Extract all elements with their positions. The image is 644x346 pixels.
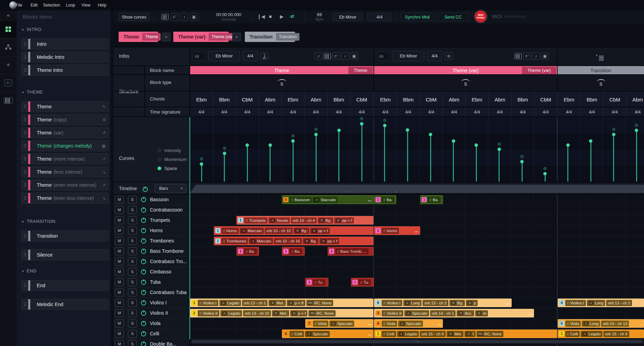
time-signature-cell[interactable]: 4/4 [558,107,581,117]
playhead[interactable] [189,117,190,339]
chord-cell[interactable]: Ebm [374,91,397,107]
curve-stem[interactable] [499,149,500,182]
block1-note-icon[interactable]: ♪ [341,52,349,60]
track-lane[interactable]: 1♯Tu.1♯Tu. [190,277,644,288]
curve-stem[interactable] [567,145,568,182]
chord-cell[interactable]: CbM [534,91,557,107]
send-cc-button[interactable]: Send CC [437,13,469,21]
block1-bpm-field[interactable]: 69 [193,52,206,61]
solo-button[interactable]: S [128,330,137,338]
curve-stem[interactable] [247,145,248,182]
clip-param-chip[interactable]: orb 15 - ch 9 [603,331,629,337]
time-signature-cell[interactable]: 4/4 [350,107,373,117]
solo-button[interactable]: S [128,247,137,255]
scrollbar-handle[interactable] [192,340,643,343]
track-enable-icon[interactable] [141,280,146,285]
clip-param-chip[interactable]: ALong [403,300,422,306]
block2-chord-icon[interactable]: c⁷ [523,52,531,60]
collapse-sidebar-button[interactable]: « [0,10,17,20]
chord-cell[interactable]: Bbm [512,91,535,107]
mute-button[interactable]: M [115,237,124,245]
block-item-end[interactable]: End [21,280,109,291]
clip-bassoon[interactable]: 5♯BassoonAStaccato... [282,195,373,204]
drag-handle-icon[interactable] [24,234,26,235]
menu-item-loop[interactable]: Loop [63,0,79,10]
time-signature-cell[interactable]: 4/4 [489,107,512,117]
chord-cell[interactable]: Ebm [558,91,581,107]
mute-button[interactable]: M [115,330,124,338]
mute-button[interactable]: M [115,299,124,307]
rail-item-chords[interactable]: c⁷ [0,74,17,91]
block3-menu-button[interactable]: ▾ [596,53,604,59]
clip-viola[interactable]: 5♯ViolaALongorb 14 - ch 13. [558,319,644,328]
block-item-theme-changes-melody-[interactable]: Theme(changes melody)▦ [21,140,109,151]
clip-param-chip[interactable]: RMel. [447,331,464,337]
chord-cell[interactable]: Abm [305,91,328,107]
curve-point[interactable] [383,124,386,127]
clip-violins-i[interactable]: 4♯Violins IALongorb 13 - ch 2. [558,299,644,307]
time-signature-cell[interactable]: 4/4 [466,107,489,117]
clip-param-chip[interactable]: ASpiccato [305,331,330,337]
menu-item-help[interactable]: Help [95,0,110,10]
show-curves-button[interactable]: Show curves [119,13,150,21]
curve-stem[interactable] [590,141,591,182]
timeline-clock-icon[interactable] [143,187,148,192]
chord-cell[interactable]: CbM [420,91,443,107]
clip-param-chip[interactable]: orb 13 - ch 15 [243,310,271,316]
block2-key-button[interactable]: Eb Minor [393,51,424,61]
curve-stem[interactable] [338,130,339,182]
drag-handle-icon[interactable] [24,105,26,105]
track-lane[interactable] [190,257,644,267]
clip-viola[interactable]: 4♯ViolaASpiccato... [374,319,443,328]
clip-ba-[interactable]: 1♯Ba. [420,195,443,204]
curve-stem[interactable] [407,130,408,182]
mute-button[interactable]: M [115,216,124,224]
clip-violins-ii[interactable]: 3♯Violins IIASpiccatoorb 14 - ch 1RAcc.D… [374,309,534,317]
curve-point[interactable] [498,148,501,151]
time-signature-cell[interactable]: 4/4 [420,107,443,117]
block-item-transition[interactable]: Transition [21,230,109,241]
drag-handle-icon[interactable] [24,68,26,69]
solo-button[interactable]: S [128,227,137,235]
drag-handle-icon[interactable] [24,170,26,171]
curve-point[interactable] [452,139,455,143]
clip-param-chip[interactable]: orb 13 - ch 1 [242,300,268,306]
solo-button[interactable]: S [128,206,137,214]
meter-button[interactable]: 4/4 [367,13,392,21]
chord-cell[interactable]: Bbm [581,91,604,107]
clip-param-chip[interactable]: ALegato [219,300,241,306]
track-lane[interactable] [190,267,644,277]
curve-stem[interactable] [613,134,614,182]
clip-param-chip[interactable]: ATenuto [269,217,290,224]
block1-note2-icon[interactable]: ♫ [315,52,322,60]
mute-button[interactable]: M [115,309,124,317]
drag-handle-icon[interactable] [24,118,26,118]
drag-handle-icon[interactable] [24,144,26,144]
tab-chip[interactable]: Theme [142,33,161,41]
mute-button[interactable]: M [115,278,124,286]
track-enable-icon[interactable] [141,342,146,346]
drag-handle-icon[interactable] [24,183,26,184]
solo-button[interactable]: S [128,258,137,266]
curve-stem[interactable] [476,145,477,182]
track-enable-icon[interactable] [141,331,146,336]
piano-roll-icon[interactable] [161,13,169,21]
rail-item-structure[interactable] [0,38,17,55]
save-view-icon[interactable]: ▣ [190,13,198,21]
track-lane[interactable]: 1♯TrombonesAMarcatoorb 10 - ch 16RBg.Dpp… [190,236,644,246]
clip-violins-i[interactable]: 8♯Violins IALongorb 13 - ch 2RBg.Dp... [374,299,512,307]
block-header-3[interactable]: Transition [558,66,644,75]
clip-param-chip[interactable]: RhRC. None [306,300,334,306]
curve-stem[interactable] [636,130,637,182]
solo-button[interactable]: S [128,216,137,224]
chord-cell[interactable]: Abm [443,91,466,107]
drag-handle-icon[interactable] [24,303,26,303]
solo-button[interactable]: S [128,237,137,245]
clip-param-chip[interactable]: AMarcato [240,228,264,234]
track-enable-icon[interactable] [141,207,146,213]
time-signature-cell[interactable]: 4/4 [328,107,351,117]
section-header-transition[interactable]: ▼TRANSITION [21,219,55,224]
block-item-theme-more-intense-[interactable]: Theme(more intense)↗ [21,153,109,164]
clip-param-chip[interactable]: Dpp < f [319,238,339,244]
stop-button[interactable]: ■ [269,14,272,19]
